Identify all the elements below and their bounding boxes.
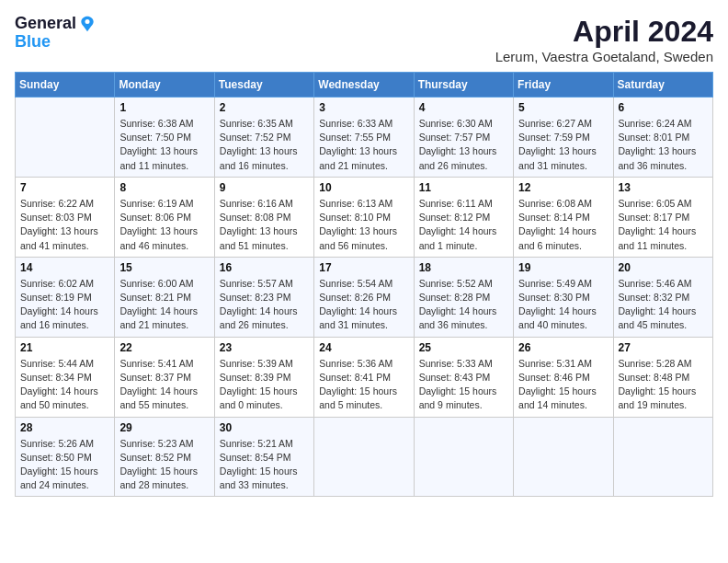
calendar-cell: 21Sunrise: 5:44 AMSunset: 8:34 PMDayligh… (16, 337, 115, 417)
calendar-cell: 27Sunrise: 5:28 AMSunset: 8:48 PMDayligh… (613, 337, 712, 417)
day-info: Sunrise: 5:23 AMSunset: 8:52 PMDaylight:… (119, 437, 209, 493)
header-friday: Friday (514, 73, 613, 98)
calendar-cell: 25Sunrise: 5:33 AMSunset: 8:43 PMDayligh… (414, 337, 513, 417)
day-number: 7 (20, 181, 109, 194)
logo-text: GeneralBlue (15, 15, 97, 52)
day-number: 2 (220, 101, 309, 114)
calendar-cell: 20Sunrise: 5:46 AMSunset: 8:32 PMDayligh… (613, 257, 712, 337)
day-info: Sunrise: 6:02 AMSunset: 8:19 PMDaylight:… (20, 277, 109, 333)
day-number: 23 (220, 341, 309, 354)
logo-icon (78, 15, 97, 33)
calendar-cell: 3Sunrise: 6:33 AMSunset: 7:55 PMDaylight… (314, 98, 414, 178)
day-number: 24 (319, 341, 408, 354)
calendar-cell: 30Sunrise: 5:21 AMSunset: 8:54 PMDayligh… (214, 417, 313, 497)
day-info: Sunrise: 6:27 AMSunset: 7:59 PMDaylight:… (518, 117, 608, 173)
day-info: Sunrise: 5:41 AMSunset: 8:37 PMDaylight:… (119, 357, 209, 413)
day-number: 20 (619, 261, 708, 274)
day-info: Sunrise: 5:21 AMSunset: 8:54 PMDaylight:… (220, 437, 309, 493)
calendar-cell: 12Sunrise: 6:08 AMSunset: 8:14 PMDayligh… (514, 177, 613, 257)
calendar-week-row: 21Sunrise: 5:44 AMSunset: 8:34 PMDayligh… (16, 337, 713, 417)
day-info: Sunrise: 5:31 AMSunset: 8:46 PMDaylight:… (518, 357, 608, 413)
calendar-cell (613, 417, 712, 497)
day-number: 4 (419, 101, 508, 114)
day-info: Sunrise: 5:49 AMSunset: 8:30 PMDaylight:… (518, 277, 608, 333)
day-info: Sunrise: 5:54 AMSunset: 8:26 PMDaylight:… (319, 277, 408, 333)
calendar-cell: 2Sunrise: 6:35 AMSunset: 7:52 PMDaylight… (214, 98, 313, 178)
day-number: 16 (220, 261, 309, 274)
month-title: April 2024 (495, 15, 713, 49)
page-header: GeneralBlue April 2024 Lerum, Vaestra Go… (15, 15, 713, 64)
day-info: Sunrise: 6:05 AMSunset: 8:17 PMDaylight:… (619, 197, 708, 253)
calendar-cell: 15Sunrise: 6:00 AMSunset: 8:21 PMDayligh… (115, 257, 214, 337)
calendar-body: 1Sunrise: 6:38 AMSunset: 7:50 PMDaylight… (16, 98, 713, 497)
calendar-week-row: 28Sunrise: 5:26 AMSunset: 8:50 PMDayligh… (16, 417, 713, 497)
header-thursday: Thursday (414, 73, 513, 98)
calendar-cell: 26Sunrise: 5:31 AMSunset: 8:46 PMDayligh… (514, 337, 613, 417)
day-number: 18 (419, 261, 508, 274)
calendar-cell: 16Sunrise: 5:57 AMSunset: 8:23 PMDayligh… (214, 257, 313, 337)
day-number: 12 (518, 181, 608, 194)
day-number: 26 (518, 341, 608, 354)
calendar-cell: 22Sunrise: 5:41 AMSunset: 8:37 PMDayligh… (115, 337, 214, 417)
day-info: Sunrise: 5:36 AMSunset: 8:41 PMDaylight:… (319, 357, 408, 413)
calendar-cell (314, 417, 414, 497)
calendar-cell: 4Sunrise: 6:30 AMSunset: 7:57 PMDaylight… (414, 98, 513, 178)
calendar-cell: 23Sunrise: 5:39 AMSunset: 8:39 PMDayligh… (214, 337, 313, 417)
calendar-cell: 5Sunrise: 6:27 AMSunset: 7:59 PMDaylight… (514, 98, 613, 178)
day-info: Sunrise: 6:30 AMSunset: 7:57 PMDaylight:… (419, 117, 508, 173)
header-saturday: Saturday (613, 73, 712, 98)
calendar-cell: 18Sunrise: 5:52 AMSunset: 8:28 PMDayligh… (414, 257, 513, 337)
day-number: 17 (319, 261, 408, 274)
day-number: 19 (518, 261, 608, 274)
calendar-cell: 24Sunrise: 5:36 AMSunset: 8:41 PMDayligh… (314, 337, 414, 417)
calendar-table: SundayMondayTuesdayWednesdayThursdayFrid… (15, 72, 713, 497)
day-info: Sunrise: 5:52 AMSunset: 8:28 PMDaylight:… (419, 277, 508, 333)
calendar-cell: 17Sunrise: 5:54 AMSunset: 8:26 PMDayligh… (314, 257, 414, 337)
day-info: Sunrise: 5:26 AMSunset: 8:50 PMDaylight:… (20, 437, 109, 493)
header-wednesday: Wednesday (314, 73, 414, 98)
calendar-week-row: 1Sunrise: 6:38 AMSunset: 7:50 PMDaylight… (16, 98, 713, 178)
day-number: 28 (20, 421, 109, 434)
logo: GeneralBlue (15, 15, 97, 52)
day-info: Sunrise: 6:24 AMSunset: 8:01 PMDaylight:… (619, 117, 708, 173)
day-number: 1 (119, 101, 209, 114)
day-info: Sunrise: 5:39 AMSunset: 8:39 PMDaylight:… (220, 357, 309, 413)
header-sunday: Sunday (16, 73, 115, 98)
day-number: 22 (119, 341, 209, 354)
calendar-cell (514, 417, 613, 497)
day-info: Sunrise: 6:08 AMSunset: 8:14 PMDaylight:… (518, 197, 608, 253)
calendar-cell: 19Sunrise: 5:49 AMSunset: 8:30 PMDayligh… (514, 257, 613, 337)
location-title: Lerum, Vaestra Goetaland, Sweden (495, 49, 713, 64)
svg-point-0 (85, 19, 90, 24)
day-info: Sunrise: 5:46 AMSunset: 8:32 PMDaylight:… (619, 277, 708, 333)
calendar-cell: 7Sunrise: 6:22 AMSunset: 8:03 PMDaylight… (16, 177, 115, 257)
calendar-cell: 14Sunrise: 6:02 AMSunset: 8:19 PMDayligh… (16, 257, 115, 337)
day-number: 30 (220, 421, 309, 434)
day-info: Sunrise: 5:57 AMSunset: 8:23 PMDaylight:… (220, 277, 309, 333)
calendar-cell: 29Sunrise: 5:23 AMSunset: 8:52 PMDayligh… (115, 417, 214, 497)
day-info: Sunrise: 6:16 AMSunset: 8:08 PMDaylight:… (220, 197, 309, 253)
header-monday: Monday (115, 73, 214, 98)
day-number: 13 (619, 181, 708, 194)
day-number: 14 (20, 261, 109, 274)
calendar-cell: 28Sunrise: 5:26 AMSunset: 8:50 PMDayligh… (16, 417, 115, 497)
day-number: 29 (119, 421, 209, 434)
day-info: Sunrise: 6:33 AMSunset: 7:55 PMDaylight:… (319, 117, 408, 173)
day-number: 6 (619, 101, 708, 114)
day-info: Sunrise: 6:19 AMSunset: 8:06 PMDaylight:… (119, 197, 209, 253)
calendar-cell (16, 98, 115, 178)
day-number: 3 (319, 101, 408, 114)
day-number: 25 (419, 341, 508, 354)
header-tuesday: Tuesday (214, 73, 313, 98)
day-info: Sunrise: 6:22 AMSunset: 8:03 PMDaylight:… (20, 197, 109, 253)
day-number: 21 (20, 341, 109, 354)
day-number: 9 (220, 181, 309, 194)
day-info: Sunrise: 6:35 AMSunset: 7:52 PMDaylight:… (220, 117, 309, 173)
calendar-header-row: SundayMondayTuesdayWednesdayThursdayFrid… (16, 73, 713, 98)
calendar-cell: 13Sunrise: 6:05 AMSunset: 8:17 PMDayligh… (613, 177, 712, 257)
day-info: Sunrise: 5:28 AMSunset: 8:48 PMDaylight:… (619, 357, 708, 413)
calendar-cell: 9Sunrise: 6:16 AMSunset: 8:08 PMDaylight… (214, 177, 313, 257)
day-info: Sunrise: 5:44 AMSunset: 8:34 PMDaylight:… (20, 357, 109, 413)
day-info: Sunrise: 6:13 AMSunset: 8:10 PMDaylight:… (319, 197, 408, 253)
calendar-cell: 6Sunrise: 6:24 AMSunset: 8:01 PMDaylight… (613, 98, 712, 178)
